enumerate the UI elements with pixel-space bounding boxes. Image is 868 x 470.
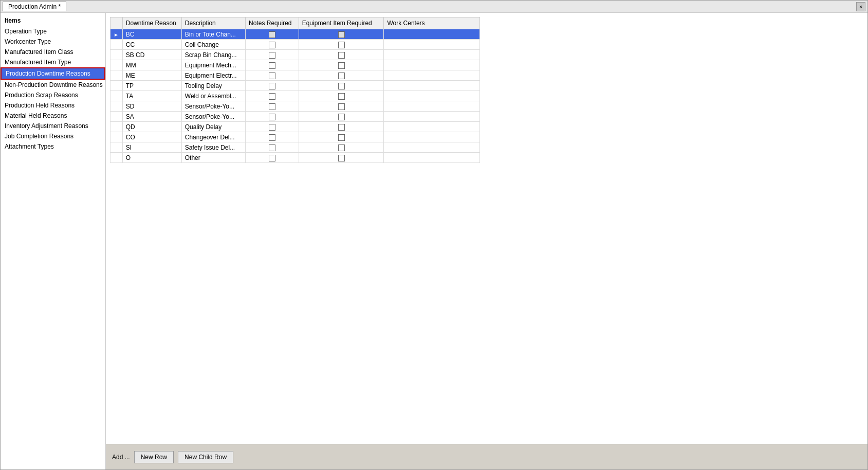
equipment-checkbox[interactable] — [338, 103, 345, 110]
main-content: Items Operation TypeWorkcenter TypeManuf… — [1, 13, 867, 469]
close-button[interactable]: × — [856, 2, 865, 11]
sidebar-item-inventory-adjustment-reasons[interactable]: Inventory Adjustment Reasons — [1, 121, 105, 131]
row-notes-required[interactable] — [246, 112, 299, 122]
row-code: O — [122, 153, 181, 163]
table-row[interactable]: CCCoil Change — [110, 40, 480, 50]
row-description: Equipment Electr... — [181, 70, 245, 81]
row-equipment-required[interactable] — [299, 112, 384, 122]
notes-checkbox[interactable] — [269, 52, 275, 59]
notes-checkbox[interactable] — [269, 103, 275, 110]
row-notes-required[interactable] — [246, 122, 299, 132]
sidebar-item-manufactured-item-type[interactable]: Manufactured Item Type — [1, 57, 105, 67]
row-description: Safety Issue Del... — [181, 142, 245, 153]
sidebar-item-production-downtime-reasons[interactable]: Production Downtime Reasons — [1, 67, 105, 80]
main-tab[interactable]: Production Admin * — [3, 2, 66, 11]
equipment-checkbox[interactable] — [338, 93, 345, 100]
row-equipment-required[interactable] — [299, 40, 384, 50]
notes-checkbox[interactable] — [269, 83, 275, 89]
table-row[interactable]: QDQuality Delay — [110, 122, 480, 132]
notes-checkbox[interactable] — [269, 31, 275, 38]
table-row[interactable]: SASensor/Poke-Yo... — [110, 112, 480, 122]
row-notes-required[interactable] — [246, 101, 299, 112]
sidebar-item-operation-type[interactable]: Operation Type — [1, 26, 105, 37]
row-arrow-cell — [110, 70, 123, 81]
table-row[interactable]: OOther — [110, 153, 480, 163]
equipment-checkbox[interactable] — [338, 155, 345, 161]
notes-checkbox[interactable] — [269, 73, 275, 79]
grid-container[interactable]: Downtime Reason Description Notes Requir… — [106, 13, 867, 444]
equipment-checkbox[interactable] — [338, 124, 345, 131]
row-equipment-required[interactable] — [299, 60, 384, 70]
row-equipment-required[interactable] — [299, 122, 384, 132]
row-notes-required[interactable] — [246, 153, 299, 163]
row-code: CO — [122, 132, 181, 142]
row-notes-required[interactable] — [246, 91, 299, 101]
equipment-checkbox[interactable] — [338, 134, 345, 141]
row-equipment-required[interactable] — [299, 29, 384, 40]
table-row[interactable]: TPTooling Delay — [110, 81, 480, 91]
table-row[interactable]: MMEquipment Mech... — [110, 60, 480, 70]
row-notes-required[interactable] — [246, 40, 299, 50]
equipment-checkbox[interactable] — [338, 62, 345, 69]
table-row[interactable]: ►BCBin or Tote Chan... — [110, 29, 480, 40]
table-row[interactable]: SISafety Issue Del... — [110, 142, 480, 153]
equipment-checkbox[interactable] — [338, 73, 345, 79]
row-equipment-required[interactable] — [299, 91, 384, 101]
row-equipment-required[interactable] — [299, 70, 384, 81]
table-row[interactable]: TAWeld or Assembl... — [110, 91, 480, 101]
equipment-checkbox[interactable] — [338, 83, 345, 89]
sidebar-item-attachment-types[interactable]: Attachment Types — [1, 141, 105, 152]
equipment-checkbox[interactable] — [338, 52, 345, 59]
row-notes-required[interactable] — [246, 60, 299, 70]
sidebar-item-manufactured-item-class[interactable]: Manufactured Item Class — [1, 47, 105, 57]
equipment-checkbox[interactable] — [338, 114, 345, 120]
sidebar-item-workcenter-type[interactable]: Workcenter Type — [1, 37, 105, 47]
notes-checkbox[interactable] — [269, 144, 275, 151]
row-description: Quality Delay — [181, 122, 245, 132]
row-equipment-required[interactable] — [299, 50, 384, 60]
row-code: MM — [122, 60, 181, 70]
table-row[interactable]: MEEquipment Electr... — [110, 70, 480, 81]
equipment-checkbox[interactable] — [338, 42, 345, 48]
sidebar-item-job-completion-reasons[interactable]: Job Completion Reasons — [1, 131, 105, 141]
row-notes-required[interactable] — [246, 29, 299, 40]
row-notes-required[interactable] — [246, 142, 299, 153]
row-description: Tooling Delay — [181, 81, 245, 91]
notes-checkbox[interactable] — [269, 93, 275, 100]
row-arrow-cell: ► — [110, 29, 123, 40]
sidebar-item-production-held-reasons[interactable]: Production Held Reasons — [1, 100, 105, 111]
row-equipment-required[interactable] — [299, 132, 384, 142]
row-notes-required[interactable] — [246, 70, 299, 81]
notes-checkbox[interactable] — [269, 134, 275, 141]
row-equipment-required[interactable] — [299, 81, 384, 91]
table-row[interactable]: SDSensor/Poke-Yo... — [110, 101, 480, 112]
row-work-centers — [384, 40, 480, 50]
new-row-button[interactable]: New Row — [134, 451, 174, 463]
row-equipment-required[interactable] — [299, 101, 384, 112]
row-notes-required[interactable] — [246, 132, 299, 142]
th-arrow — [110, 17, 123, 29]
title-bar-left: Production Admin * — [3, 2, 66, 11]
row-notes-required[interactable] — [246, 50, 299, 60]
row-notes-required[interactable] — [246, 81, 299, 91]
row-equipment-required[interactable] — [299, 153, 384, 163]
row-work-centers — [384, 153, 480, 163]
new-child-row-button[interactable]: New Child Row — [178, 451, 233, 463]
equipment-checkbox[interactable] — [338, 31, 345, 38]
notes-checkbox[interactable] — [269, 114, 275, 120]
footer-bar: Add ... New Row New Child Row — [106, 444, 867, 469]
row-description: Changeover Del... — [181, 132, 245, 142]
sidebar-item-non-production-downtime-reasons[interactable]: Non-Production Downtime Reasons — [1, 80, 105, 90]
sidebar-item-production-scrap-reasons[interactable]: Production Scrap Reasons — [1, 90, 105, 100]
equipment-checkbox[interactable] — [338, 144, 345, 151]
add-label: Add ... — [112, 454, 130, 461]
row-equipment-required[interactable] — [299, 142, 384, 153]
notes-checkbox[interactable] — [269, 124, 275, 131]
notes-checkbox[interactable] — [269, 62, 275, 69]
sidebar-item-material-held-reasons[interactable]: Material Held Reasons — [1, 111, 105, 121]
row-arrow-cell — [110, 112, 123, 122]
notes-checkbox[interactable] — [269, 155, 275, 161]
notes-checkbox[interactable] — [269, 42, 275, 48]
table-row[interactable]: COChangeover Del... — [110, 132, 480, 142]
table-row[interactable]: SB CDScrap Bin Chang... — [110, 50, 480, 60]
